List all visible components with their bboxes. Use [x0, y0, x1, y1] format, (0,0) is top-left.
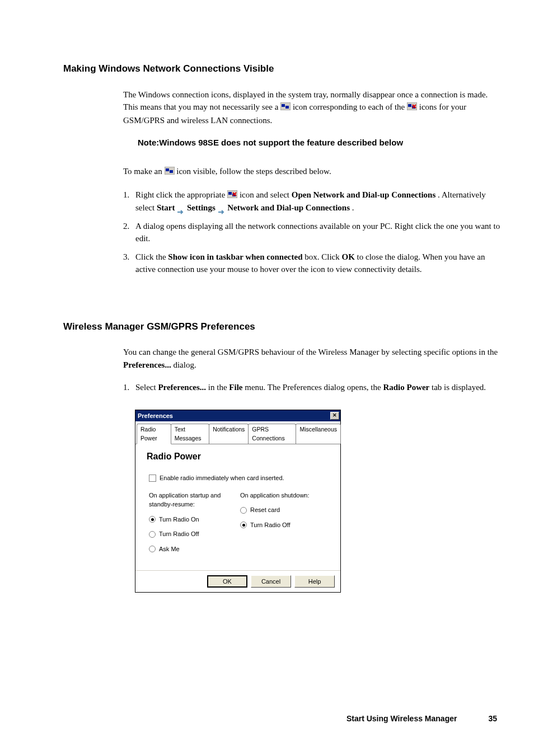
radio-label: Turn Radio Off — [250, 520, 291, 530]
bold-text: OK — [342, 252, 355, 261]
enable-radio-checkbox-row[interactable]: Enable radio immediately when card inser… — [149, 473, 331, 483]
bold-text: Network and Dial-up Connections — [227, 203, 350, 212]
section-heading-1: Making Windows Network Connections Visib… — [63, 62, 500, 76]
svg-rect-2 — [285, 106, 289, 109]
tab-bar: Radio Power Text Messages Notifications … — [135, 421, 340, 445]
text: You can change the general GSM/GPRS beha… — [123, 348, 498, 356]
radio-icon[interactable] — [149, 531, 156, 538]
list-text: A dialog opens displaying all the networ… — [135, 220, 500, 245]
radio-columns: On application startup and standby-resum… — [149, 491, 331, 560]
text: Click the — [135, 252, 168, 261]
radio-icon[interactable] — [149, 516, 156, 523]
radio-turn-on[interactable]: Turn Radio On — [149, 515, 240, 524]
shutdown-column: On application shutdown: Reset card Turn… — [240, 491, 331, 560]
text: A dialog opens displaying all the networ… — [135, 222, 500, 243]
section-heading-2: Wireless Manager GSM/GPRS Preferences — [63, 320, 500, 334]
radio-icon[interactable] — [240, 507, 247, 514]
bold-text: Preferences... — [158, 383, 206, 392]
svg-rect-1 — [282, 104, 285, 107]
network-disconnected-icon — [407, 101, 417, 114]
radio-icon[interactable] — [149, 546, 156, 552]
checkbox-icon[interactable] — [149, 475, 156, 482]
list-text: Right click the appropriate icon and sel… — [135, 189, 500, 214]
bold-text: Radio Power — [383, 383, 429, 392]
text: box. Click — [305, 252, 341, 261]
ordered-list-1: 1. Right click the appropriate icon and … — [123, 189, 500, 276]
list-number: 3. — [123, 251, 135, 276]
radio-turn-off-2[interactable]: Turn Radio Off — [240, 520, 331, 530]
tab-radio-power[interactable]: Radio Power — [137, 424, 171, 445]
text: dialog. — [173, 360, 196, 369]
radio-label: Reset card — [250, 505, 280, 515]
arrow-right-icon — [218, 206, 226, 212]
list-number: 2. — [123, 220, 135, 245]
text: tab is displayed. — [432, 383, 486, 392]
column-heading: On application startup and standby-resum… — [149, 491, 240, 509]
close-button[interactable]: ✕ — [330, 412, 339, 420]
list-text: Select Preferences... in the File menu. … — [135, 381, 500, 394]
page-footer: Start Using Wireless Manager 35 — [63, 713, 497, 725]
text: menu. The Preferences dialog opens, the — [245, 383, 383, 392]
list-text: Click the Show icon in taskbar when conn… — [135, 251, 500, 276]
network-disconnected-icon — [227, 189, 237, 202]
arrow-right-icon — [177, 206, 185, 212]
radio-icon[interactable] — [240, 522, 247, 528]
paragraph-1: The Windows connection icons, displayed … — [123, 88, 500, 127]
radio-ask-me[interactable]: Ask Me — [149, 544, 240, 554]
tab-text-messages[interactable]: Text Messages — [171, 424, 209, 444]
network-connected-icon — [280, 101, 291, 114]
svg-rect-4 — [408, 104, 411, 107]
radio-reset-card[interactable]: Reset card — [240, 505, 331, 515]
radio-label: Turn Radio Off — [159, 529, 199, 539]
text: icon and select — [240, 190, 292, 199]
dialog-button-row: OK Cancel Help — [135, 570, 340, 592]
radio-label: Turn Radio On — [159, 515, 199, 524]
text: Select — [135, 383, 158, 392]
startup-column: On application startup and standby-resum… — [149, 491, 240, 560]
ok-button[interactable]: OK — [207, 575, 247, 588]
text: . — [352, 203, 354, 212]
paragraph-3: You can change the general GSM/GPRS beha… — [123, 346, 500, 371]
list-item: 3. Click the Show icon in taskbar when c… — [123, 251, 500, 276]
list-item: 1. Right click the appropriate icon and … — [123, 189, 500, 214]
bold-text: Show icon in taskbar when connected — [168, 252, 302, 261]
list-item: 2. A dialog opens displaying all the net… — [123, 220, 500, 245]
svg-rect-10 — [228, 192, 232, 195]
tab-miscellaneous[interactable]: Miscellaneous — [296, 424, 341, 444]
bold-text: Preferences... — [123, 360, 171, 369]
dialog-title: Preferences — [138, 411, 173, 421]
svg-rect-8 — [170, 170, 173, 173]
dialog-content: Radio Power Enable radio immediately whe… — [135, 444, 340, 570]
text: icon visible, follow the steps described… — [176, 167, 331, 176]
text: To make an — [123, 167, 165, 176]
note: Note:Windows 98SE does not support the f… — [138, 137, 500, 149]
list-number: 1. — [123, 189, 135, 214]
dialog-body: Radio Power Text Messages Notifications … — [135, 421, 340, 593]
column-heading: On application shutdown: — [240, 491, 331, 500]
bold-text: File — [229, 383, 242, 392]
tab-gprs-connections[interactable]: GPRS Connections — [248, 424, 296, 444]
panel-heading: Radio Power — [147, 450, 331, 463]
svg-rect-7 — [166, 168, 169, 171]
checkbox-label: Enable radio immediately when card inser… — [160, 473, 284, 483]
network-connected-icon — [165, 166, 175, 179]
text: Right click the appropriate — [135, 190, 227, 199]
bold-text: Open Network and Dial-up Connections — [292, 190, 436, 199]
footer-chapter: Start Using Wireless Manager — [346, 713, 457, 725]
footer-page-number: 35 — [488, 713, 497, 725]
preferences-dialog: Preferences ✕ Radio Power Text Messages … — [135, 410, 341, 593]
cancel-button[interactable]: Cancel — [251, 575, 291, 588]
list-item: 1. Select Preferences... in the File men… — [123, 381, 500, 394]
bold-text: Start — [157, 203, 175, 212]
radio-label: Ask Me — [159, 544, 180, 554]
bold-text: Settings — [187, 203, 216, 212]
dialog-titlebar[interactable]: Preferences ✕ — [135, 410, 340, 421]
text: in the — [208, 383, 229, 392]
ordered-list-2: 1. Select Preferences... in the File men… — [123, 381, 500, 394]
help-button[interactable]: Help — [294, 575, 335, 588]
paragraph-2: To make an icon visible, follow the step… — [123, 165, 500, 179]
radio-turn-off[interactable]: Turn Radio Off — [149, 529, 240, 539]
tab-notifications[interactable]: Notifications — [209, 424, 249, 444]
text: icon corresponding to each of the — [293, 102, 407, 111]
list-number: 1. — [123, 381, 135, 394]
